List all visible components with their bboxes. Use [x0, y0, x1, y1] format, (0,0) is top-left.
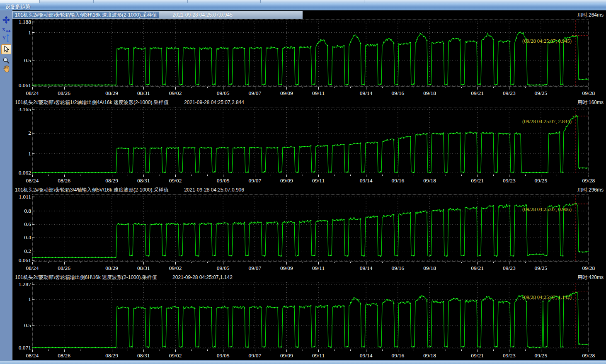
x-tick [143, 262, 144, 265]
x-tick [350, 349, 351, 351]
trend-panel: 101机头2#驱动部\齿轮箱3/4轴输入侧5V\16k 速度波形(2-1000)… [12, 185, 606, 273]
tab-divider [93, 0, 94, 3]
x-tick [573, 87, 573, 88]
magnify-tool-button[interactable] [2, 56, 11, 65]
chart-title[interactable]: 101机头2#驱动部\齿轮箱1/2轴输出侧4A\16k 速度波形(2-1000)… [13, 99, 170, 106]
x-tick [350, 87, 351, 88]
toolbar-sidebar: X Y [0, 10, 12, 360]
x-tick [303, 175, 303, 176]
x-tick [128, 87, 128, 88]
x-tick [255, 262, 255, 265]
x-tick-label: 09/16 [391, 352, 404, 359]
mdi-tab-strip[interactable] [0, 0, 606, 3]
hand-pan-tool-button[interactable] [2, 64, 11, 73]
x-tick [366, 87, 366, 90]
chart-title[interactable]: 101机头2#驱动部\齿轮箱输出侧6H\16k 速度波形(2-1000).采样值 [13, 274, 159, 281]
trend-panel-header[interactable]: 101机头2#驱动部\齿轮箱输出侧6H\16k 速度波形(2-1000).采样值… [12, 273, 606, 282]
x-tick-label: 09/14 [360, 177, 373, 184]
trend-panel-header[interactable]: 101机头2#驱动部\齿轮箱输入侧3H\16k 速度波形(2-1000).采样值… [12, 10, 606, 19]
x-tick [48, 87, 48, 88]
y-scale-tool-button[interactable]: Y [2, 34, 11, 43]
tab-segment[interactable] [0, 0, 39, 3]
pan-all-tool-button[interactable] [2, 15, 11, 24]
x-tick [64, 175, 65, 177]
x-tick-label: 09/16 [391, 90, 404, 97]
x-tick-label: 09/02 [169, 90, 182, 97]
x-tick [398, 349, 398, 352]
x-tick [509, 349, 509, 352]
x-tick [175, 262, 176, 265]
x-tick [398, 175, 398, 177]
y-axis-labels: 1.0110.80.60.40.20.061 [12, 194, 32, 262]
x-tick [525, 87, 526, 88]
x-tick-label: 09/28 [582, 265, 595, 272]
x-tick [398, 262, 398, 265]
x-tick [382, 349, 383, 351]
x-tick-label: 08/29 [105, 177, 118, 184]
x-tick [64, 262, 65, 265]
plot-area[interactable]: (09/28 04:25:07, 2.844) [32, 107, 589, 175]
x-tick-label: 09/07 [248, 177, 261, 184]
x-tick [80, 87, 80, 88]
x-tick [255, 87, 255, 90]
x-tick [32, 175, 33, 177]
x-tick [48, 349, 48, 351]
plot-area[interactable]: (09/28 04:25:07, 1.142) [32, 282, 589, 349]
trend-panel-header[interactable]: 101机头2#驱动部\齿轮箱3/4轴输入侧5V\16k 速度波形(2-1000)… [12, 185, 606, 194]
x-tick-label: 08/26 [58, 352, 70, 359]
x-tick [143, 175, 144, 177]
hand-icon [3, 65, 10, 73]
x-tick [589, 349, 589, 352]
plot-area[interactable]: (09/28 04:25:07, 0.945) [32, 19, 589, 87]
trend-panel: 101机头2#驱动部\齿轮箱输出侧6H\16k 速度波形(2-1000).采样值… [12, 273, 606, 360]
x-tick [557, 349, 557, 351]
x-tick [589, 175, 589, 177]
x-tick [128, 262, 128, 263]
x-tick [32, 349, 33, 352]
x-tick-label: 09/02 [169, 177, 182, 184]
x-tick [255, 175, 255, 177]
x-scale-tool-button[interactable]: X [2, 25, 11, 34]
trend-panel-header[interactable]: 101机头2#驱动部\齿轮箱1/2轴输出侧4A\16k 速度波形(2-1000)… [12, 98, 606, 107]
x-tick [525, 175, 526, 176]
cursor-annotation: (09/28 04:25:07, 1.142) [522, 294, 572, 301]
x-tick [414, 349, 414, 351]
cursor-tool-button[interactable] [1, 44, 11, 54]
x-tick [160, 175, 160, 176]
x-axis: 08/2408/2608/2908/3109/0209/0509/0709/09… [12, 349, 606, 360]
x-tick-label: 09/23 [503, 265, 516, 272]
x-tick-label: 09/05 [217, 177, 230, 184]
y-axis-labels: 3.165210.062 [12, 107, 32, 175]
x-tick-label: 09/23 [503, 177, 516, 184]
x-tick-label: 09/25 [535, 265, 548, 272]
window-titlebar: 设备多趋势 [0, 3, 606, 10]
y-tick-label: 3.165 [19, 106, 31, 113]
x-tick [414, 262, 414, 263]
x-tick [286, 175, 287, 177]
cursor-annotation: (09/28 04:25:07, 0.945) [522, 38, 572, 44]
x-tick-label: 09/21 [471, 352, 484, 359]
x-tick-label: 09/09 [280, 90, 293, 97]
y-axis-zoom-icon: Y [2, 34, 10, 42]
x-tick [286, 87, 287, 90]
x-tick [318, 87, 319, 90]
x-tick-label: 09/05 [217, 265, 230, 272]
chart-title[interactable]: 101机头2#驱动部\齿轮箱3/4轴输入侧5V\16k 速度波形(2-1000)… [13, 187, 170, 193]
plot-area[interactable]: (09/28 04:25:07, 0.906) [32, 194, 589, 262]
trend-panel: 101机头2#驱动部\齿轮箱1/2轴输出侧4A\16k 速度波形(2-1000)… [12, 98, 606, 185]
x-tick [303, 87, 303, 88]
x-tick [271, 349, 271, 351]
x-tick-label: 09/25 [535, 177, 548, 184]
x-tick [112, 349, 112, 352]
cursor-annotation: (09/28 04:25:07, 2.844) [522, 119, 572, 125]
app-window: 设备多趋势 X Y [0, 0, 606, 364]
x-tick [461, 175, 462, 176]
x-tick [478, 349, 478, 352]
x-tick [414, 87, 414, 88]
chart-title[interactable]: 101机头2#驱动部\齿轮箱输入侧3H\16k 速度波形(2-1000).采样值 [13, 12, 159, 18]
x-tick [271, 87, 271, 88]
move-icon [2, 16, 10, 24]
x-tick [509, 262, 509, 265]
x-tick [335, 262, 335, 263]
y-tick-label: 0.5 [24, 57, 31, 64]
